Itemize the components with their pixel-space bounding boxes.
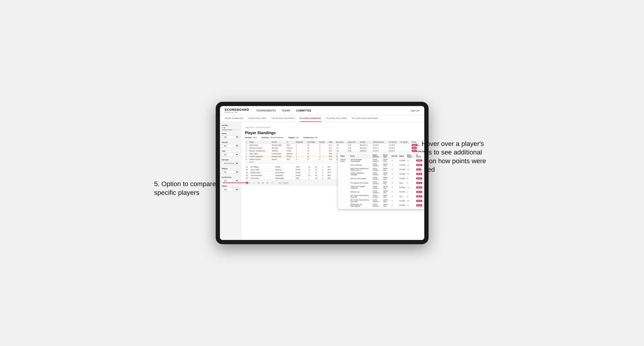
- filter-conference-value: All: [315, 137, 318, 139]
- col-player: Player: [248, 141, 270, 144]
- col-points: Points: [411, 141, 420, 144]
- filters-row: Gender: Men Division: NCAA Division I Re…: [245, 137, 420, 139]
- tooltip-header-row: Player Event Event Division Event Type R…: [340, 154, 424, 158]
- col-avg-sg: Avg SG: [359, 141, 372, 144]
- slider-fill: [222, 130, 232, 130]
- nav-tournaments[interactable]: TOURNAMENTS: [256, 108, 276, 113]
- nav-teams[interactable]: TEAMS: [282, 108, 291, 113]
- view-original-button[interactable]: View: Original: [276, 181, 290, 185]
- tooltip-row: The Cypress Point Classic NCAA Division …: [340, 181, 424, 185]
- svg-marker-3: [246, 181, 249, 184]
- filter-region-value: All: [296, 137, 299, 139]
- page-title: Player Standings: [245, 131, 420, 135]
- tooltip-row: SEC Match Play hosted by Jerry Pate NCAA…: [340, 194, 424, 199]
- points-tooltip: Player Event Event Division Event Type R…: [338, 152, 424, 209]
- filter-division-value: NCAA Division I: [270, 137, 284, 139]
- filter-gender: Gender: Men: [245, 137, 257, 139]
- redo-icon[interactable]: ↪: [253, 182, 255, 184]
- tooltip-col-wpoints: W Points: [415, 154, 423, 158]
- col-rds: No Rds.: [318, 141, 328, 144]
- col-reg-rank: Reg Rank: [295, 141, 306, 144]
- tab-team-summary[interactable]: TEAM SUMMARY: [225, 115, 244, 122]
- clock-icon[interactable]: 🕐: [271, 182, 274, 184]
- year-select[interactable]: (All): [222, 153, 239, 156]
- division-select[interactable]: NCAA Division I: [222, 162, 239, 165]
- col-conf-rank: Conf Rank: [306, 141, 318, 144]
- dash-icon[interactable]: ⊟: [266, 182, 268, 184]
- tooltip-row: SEC Stroke Play hosted by Jerry Pate NCA…: [340, 199, 424, 203]
- nords-row: 4 52: [222, 127, 239, 129]
- col-wins: Wins: [328, 141, 335, 144]
- niche-label: Niche: [222, 133, 239, 135]
- tooltip-col-status: Status: [398, 154, 406, 158]
- sign-out-button[interactable]: Sign out: [411, 109, 420, 112]
- tooltip-row: Williams Cup NCAA Division I Stroke Play…: [340, 190, 424, 194]
- col-avg-par: Avg to Par: [347, 141, 359, 144]
- logo-title: SCOREBOARD: [225, 108, 249, 112]
- col-school: School: [271, 141, 286, 144]
- sub-nav: TEAM SUMMARY TEAM H2H GRID TEAM H2H HEAT…: [220, 115, 424, 122]
- content-header: Update time: 27/01/2024 16:56:26: [245, 125, 420, 129]
- table-container: # Player School Yr Reg Rank Conf Rank No…: [245, 141, 420, 180]
- tooltip-row: Jackson Kohon UNCW Seahawk Intercollegia…: [340, 158, 424, 163]
- nords-slider[interactable]: [222, 130, 239, 130]
- filter-division-label: Division:: [262, 137, 270, 139]
- annotation-left: 5. Option to compare specific players: [154, 180, 220, 197]
- niche-select[interactable]: (All): [222, 135, 239, 139]
- table-row: 1 Wenyi Ding Arizona State First 1 15 1 …: [245, 144, 420, 147]
- tooltip-row: Southern Highlands Collegiate NCAA Divis…: [340, 172, 424, 176]
- division-label: Division: [222, 159, 239, 161]
- sidebar-section-nords: No Rds. 4 52: [222, 124, 239, 130]
- filter-division: Division: NCAA Division I: [262, 137, 284, 139]
- filter-region: Region: All: [288, 137, 299, 139]
- settings-icon[interactable]: ⚙: [258, 182, 260, 184]
- tooltip-col-player: Player: [340, 154, 350, 158]
- region-label: Region: [222, 168, 239, 170]
- col-num: #: [245, 141, 248, 144]
- col-overall: Overall Record: [372, 141, 388, 144]
- tooltip-row: Fallen Oak Collegiate Invitational NCAA …: [340, 185, 424, 190]
- tooltip-row: Mirabel Maui Jim Intercollegiate NCAA Di…: [340, 203, 424, 208]
- sidebar-section-year: Year (All): [222, 150, 239, 156]
- tooltip-row: Tiger Invitational NCAA Division I Strok…: [340, 163, 424, 167]
- main-content: No Rds. 4 52 Niche (All): [220, 122, 424, 240]
- tooltip-row: Wake Forest Invitational at Pinehurst No…: [340, 167, 424, 172]
- filter-gender-value: Men: [253, 137, 257, 139]
- tablet-frame: SCOREBOARD Powered by clippi TOURNAMENTS…: [216, 102, 428, 244]
- tab-team-h2h-grid[interactable]: TEAM H2H GRID: [248, 115, 267, 122]
- nav-links: TOURNAMENTS TEAMS COMMITTEE: [256, 108, 404, 113]
- filter-conference-label: Conference:: [304, 137, 314, 139]
- tooltip-col-rank: Rank Impact: [406, 154, 415, 158]
- nav-committee[interactable]: COMMITTEE: [296, 108, 312, 113]
- tab-team-h2h-heatmap[interactable]: TEAM H2H HEATMAP: [271, 115, 295, 122]
- table-header-row: # Player School Yr Reg Rank Conf Rank No…: [245, 141, 420, 144]
- gender-select[interactable]: Men: [222, 144, 239, 148]
- update-time: Update time: 27/01/2024 16:56:26: [245, 125, 270, 129]
- nords-min: 4: [222, 127, 223, 129]
- col-top50: Vs Top 50: [400, 141, 411, 144]
- tooltip-table: Player Event Event Division Event Type R…: [340, 154, 424, 208]
- col-adj-score: Adj. Score: [335, 141, 347, 144]
- tablet-screen: SCOREBOARD Powered by clippi TOURNAMENTS…: [220, 106, 424, 240]
- col-yr: Yr: [286, 141, 295, 144]
- undo-icon[interactable]: ↩: [249, 182, 250, 184]
- player-select[interactable]: (All): [222, 188, 239, 191]
- tooltip-col-event: Event: [350, 154, 372, 158]
- col-top25: Vs Top 25: [388, 141, 400, 144]
- tab-player-h2h-heatmap[interactable]: PLAYER H2H HEATMAP: [352, 115, 378, 122]
- table-row: 2 Michael La Sasso Ole Miss Second 1 18 …: [245, 147, 420, 150]
- region-select[interactable]: N/A: [222, 170, 239, 174]
- sidebar-section-gender: Gender Men: [222, 141, 239, 148]
- content-area: Update time: 27/01/2024 16:56:26 Player …: [241, 122, 424, 240]
- logo-area: SCOREBOARD Powered by clippi: [225, 108, 249, 113]
- copy-icon[interactable]: ⧉: [262, 182, 264, 184]
- tab-player-h2h-grid[interactable]: PLAYER H2H GRID: [326, 115, 347, 122]
- nords-max: 52: [224, 127, 226, 129]
- view-original-label: View: Original: [278, 182, 289, 184]
- outer-wrapper: 4. Hover over a player's points to see a…: [156, 102, 488, 244]
- filter-region-label: Region:: [288, 137, 296, 139]
- annotation-right: 4. Hover over a player's points to see a…: [414, 140, 490, 174]
- gender-label: Gender: [222, 141, 239, 143]
- logo-subtitle: Powered by clippi: [225, 112, 249, 113]
- tab-player-summary[interactable]: PLAYER SUMMARY: [300, 115, 322, 122]
